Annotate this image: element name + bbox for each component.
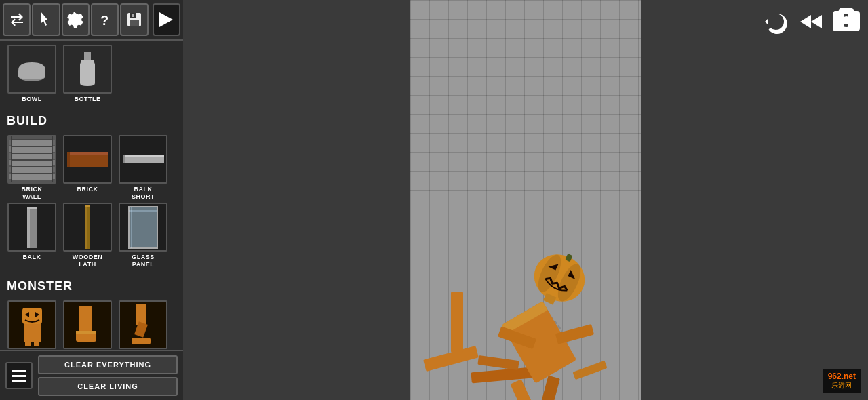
menu-line-2 bbox=[12, 375, 26, 377]
bottle-label: BOTTLE bbox=[75, 96, 101, 103]
svg-rect-32 bbox=[85, 205, 90, 207]
monster1-thumb bbox=[7, 300, 56, 349]
watermark: 962.net 乐游网 bbox=[823, 369, 861, 393]
watermark-text: 乐游网 bbox=[831, 381, 852, 391]
svg-rect-33 bbox=[129, 207, 157, 248]
balk-thumb bbox=[7, 203, 56, 252]
svg-rect-36 bbox=[24, 323, 41, 342]
svg-rect-7 bbox=[84, 52, 91, 60]
wooden-lath-thumb bbox=[63, 203, 112, 252]
svg-rect-44 bbox=[76, 331, 96, 334]
svg-rect-4 bbox=[132, 14, 134, 17]
svg-rect-26 bbox=[123, 155, 125, 163]
svg-rect-23 bbox=[67, 152, 70, 167]
balk-item[interactable]: BALK bbox=[5, 203, 58, 268]
brick-item[interactable]: BRICK bbox=[61, 135, 114, 201]
svg-rect-28 bbox=[27, 207, 30, 248]
save-button[interactable] bbox=[120, 3, 148, 36]
balk-short-thumb bbox=[119, 135, 167, 184]
monster-section-header: MONSTER bbox=[0, 274, 183, 298]
svg-rect-17 bbox=[9, 174, 29, 179]
svg-rect-50 bbox=[838, 12, 844, 31]
bottle-thumb bbox=[63, 45, 112, 94]
settings-button[interactable] bbox=[62, 3, 90, 36]
build-grid: BRICKWALL BRICK bbox=[0, 132, 183, 274]
svg-text:?: ? bbox=[100, 13, 108, 28]
wooden-lath-label: WOODENLATH bbox=[73, 254, 103, 268]
swap-button[interactable] bbox=[3, 3, 31, 36]
monster3-thumb bbox=[119, 300, 167, 349]
svg-rect-9 bbox=[9, 140, 55, 145]
build-section-header: BUILD bbox=[0, 108, 183, 132]
bowl-thumb bbox=[7, 45, 56, 94]
pause-button[interactable] bbox=[831, 7, 861, 37]
glass-panel-thumb bbox=[119, 203, 167, 252]
balk-short-item[interactable]: BALKSHORT bbox=[117, 135, 170, 201]
svg-rect-18 bbox=[32, 174, 55, 179]
menu-line-3 bbox=[12, 380, 26, 382]
balk-short-label: BALKSHORT bbox=[132, 186, 155, 201]
bowl-label: BOWL bbox=[22, 96, 42, 103]
brick-wall-thumb bbox=[7, 135, 56, 184]
svg-rect-13 bbox=[20, 160, 43, 165]
glass-panel-label: GLASSPANEL bbox=[132, 254, 155, 268]
main-area: 962.net 乐游网 bbox=[183, 0, 868, 400]
svg-marker-5 bbox=[159, 12, 173, 27]
monster2-thumb bbox=[63, 300, 112, 349]
help-button[interactable]: ? bbox=[91, 3, 119, 36]
svg-rect-68 bbox=[477, 355, 519, 370]
svg-rect-15 bbox=[45, 160, 55, 165]
brick-thumb bbox=[63, 135, 112, 184]
svg-rect-40 bbox=[25, 340, 31, 346]
prev-section-grid: BOWL BOTTLE bbox=[0, 41, 183, 108]
svg-rect-12 bbox=[9, 153, 55, 159]
undo-button[interactable] bbox=[761, 7, 791, 37]
svg-point-61 bbox=[526, 246, 593, 310]
canvas-viewport[interactable]: 962.net 乐游网 bbox=[183, 0, 868, 400]
svg-rect-42 bbox=[79, 306, 92, 333]
brick-wall-item[interactable]: BRICKWALL bbox=[5, 135, 58, 201]
left-panel: ? bbox=[0, 0, 183, 400]
brick-label: BRICK bbox=[77, 186, 98, 193]
svg-rect-10 bbox=[9, 146, 29, 152]
menu-line-1 bbox=[12, 370, 26, 372]
bottle-item[interactable]: BOTTLE bbox=[61, 45, 114, 103]
svg-rect-11 bbox=[32, 146, 55, 152]
svg-rect-45 bbox=[136, 304, 146, 325]
clear-living-button[interactable]: CLEAR LIVING bbox=[38, 377, 178, 396]
svg-rect-22 bbox=[67, 152, 108, 155]
svg-rect-16 bbox=[9, 167, 55, 172]
scene-svg bbox=[410, 183, 641, 400]
svg-rect-8 bbox=[9, 136, 55, 182]
svg-rect-69 bbox=[572, 361, 607, 380]
cursor-button[interactable] bbox=[32, 3, 60, 36]
wooden-lath-item[interactable]: WOODENLATH bbox=[61, 203, 114, 268]
rewind-button[interactable] bbox=[796, 7, 826, 37]
balk-label: BALK bbox=[23, 254, 41, 261]
svg-rect-53 bbox=[451, 292, 463, 353]
svg-marker-49 bbox=[811, 15, 822, 28]
svg-rect-29 bbox=[27, 207, 37, 209]
action-buttons: CLEAR EVERYTHING CLEAR LIVING bbox=[38, 355, 178, 396]
svg-marker-48 bbox=[800, 15, 811, 28]
menu-button[interactable] bbox=[5, 362, 33, 389]
top-controls bbox=[761, 7, 861, 37]
svg-rect-25 bbox=[123, 155, 164, 157]
grid-canvas bbox=[410, 0, 641, 400]
bottom-buttons: CLEAR EVERYTHING CLEAR LIVING bbox=[0, 350, 183, 400]
glass-panel-item[interactable]: GLASSPANEL bbox=[117, 203, 170, 268]
svg-rect-14 bbox=[9, 160, 18, 165]
watermark-site: 962.net bbox=[828, 372, 856, 381]
svg-rect-41 bbox=[34, 340, 39, 346]
toolbar: ? bbox=[0, 0, 183, 41]
bowl-item[interactable]: BOWL bbox=[5, 45, 58, 103]
panel-content: BOWL BOTTLE BUILD bbox=[0, 41, 183, 400]
svg-rect-58 bbox=[555, 324, 594, 344]
svg-rect-47 bbox=[132, 338, 151, 344]
brick-wall-label: BRICKWALL bbox=[22, 186, 43, 201]
svg-rect-3 bbox=[130, 20, 139, 26]
clear-everything-button[interactable]: CLEAR EVERYTHING bbox=[38, 355, 178, 374]
svg-rect-31 bbox=[85, 205, 87, 249]
svg-rect-51 bbox=[848, 12, 854, 31]
play-button[interactable] bbox=[153, 3, 180, 36]
